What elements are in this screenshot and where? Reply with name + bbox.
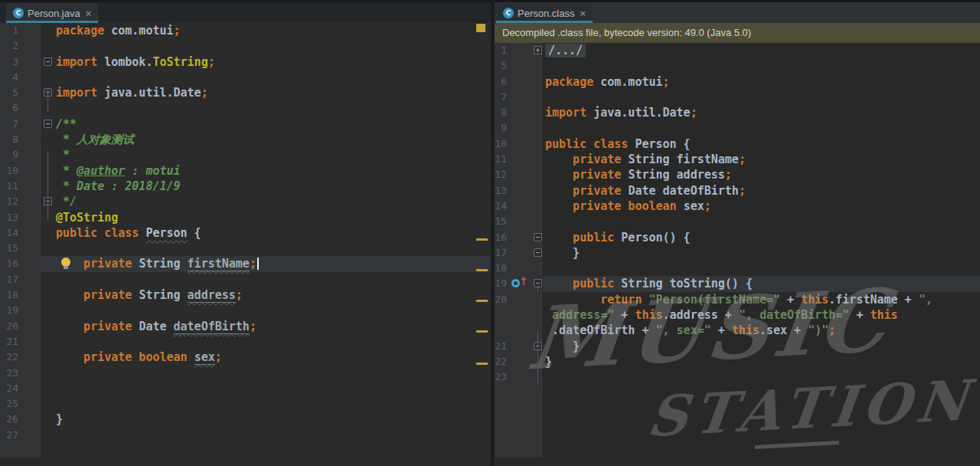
code-text[interactable]: public class Person { xyxy=(495,136,980,152)
token-pl[interactable]: String firstName xyxy=(628,153,739,166)
code-line[interactable]: 12 */ xyxy=(0,194,491,209)
code-line[interactable]: 7 xyxy=(495,90,980,105)
token-kw[interactable]: private xyxy=(545,168,628,182)
token-cmt[interactable]: */ xyxy=(56,195,77,208)
code-text[interactable]: .dateOfBirth + ", sex=" + this.sex + ")"… xyxy=(495,323,980,338)
token-kw[interactable]: import xyxy=(56,55,104,69)
code-text[interactable]: * 人对象测试 xyxy=(0,132,491,147)
code-line[interactable]: 17 } xyxy=(495,245,980,261)
token-kw[interactable]: this xyxy=(732,323,760,337)
token-str[interactable]: "Person(firstName=" xyxy=(648,293,780,307)
code-line[interactable]: 11 private String firstName; xyxy=(495,152,980,167)
token-kw[interactable]: ; xyxy=(215,350,222,364)
token-kw[interactable]: ; xyxy=(250,320,256,333)
token-pl[interactable]: String address xyxy=(628,168,724,182)
token-pl[interactable]: .sex + xyxy=(760,323,808,337)
token-cls[interactable]: Person xyxy=(145,226,187,240)
line-number[interactable]: 4 xyxy=(0,70,18,85)
token-kw[interactable]: ; xyxy=(236,288,243,302)
token-kw[interactable]: ; xyxy=(174,24,181,38)
code-line[interactable]: 1/.../ xyxy=(495,43,980,58)
token-kw[interactable]: ; xyxy=(201,86,208,100)
token-cmt[interactable]: * Date : 2018/1/9 xyxy=(56,179,181,193)
token-cmt[interactable]: /** xyxy=(56,117,77,131)
token-kw[interactable]: ; xyxy=(691,106,697,120)
code-line[interactable]: 15 xyxy=(0,241,491,256)
code-line[interactable]: 20 private Date dateOfBirth; xyxy=(0,319,491,334)
code-line[interactable]: 26} xyxy=(0,412,491,427)
code-text[interactable]: private boolean sex; xyxy=(495,199,980,214)
line-number[interactable]: 23 xyxy=(495,369,507,385)
token-kw[interactable]: ; xyxy=(828,323,835,337)
token-cmt[interactable]: * xyxy=(56,148,70,162)
code-line[interactable]: 11 * Date : 2018/1/9 xyxy=(0,179,491,194)
code-text[interactable]: private boolean sex; xyxy=(0,350,491,365)
line-number[interactable]: 21 xyxy=(0,334,18,350)
token-str[interactable]: ", dateOfBirth=" xyxy=(739,308,850,322)
token-kw[interactable]: private xyxy=(56,320,139,333)
token-cmtb[interactable]: @author xyxy=(77,164,125,178)
token-pl[interactable]: + xyxy=(711,323,732,337)
code-line[interactable]: 13@ToString xyxy=(0,210,491,225)
line-number[interactable]: 6 xyxy=(0,100,18,116)
code-line[interactable]: 25 xyxy=(0,396,491,412)
code-line[interactable]: 17 xyxy=(0,272,491,287)
horizontal-scrollbar-track[interactable] xyxy=(0,458,491,466)
token-pl[interactable]: + xyxy=(780,293,801,307)
code-line[interactable]: 7/** xyxy=(0,116,491,132)
token-pl[interactable]: .address + xyxy=(663,308,739,322)
token-pl[interactable]: com.motui xyxy=(111,24,173,38)
code-line[interactable]: 15 xyxy=(495,214,980,229)
code-text[interactable]: public String toString() { xyxy=(495,276,980,291)
token-kw[interactable]: ; xyxy=(663,75,670,89)
line-number[interactable]: 18 xyxy=(495,261,507,276)
token-pl[interactable]: lombok. xyxy=(104,55,152,69)
code-text[interactable]: address=" + this.address + ", dateOfBirt… xyxy=(495,307,980,323)
token-pl[interactable]: Date xyxy=(139,320,173,333)
token-str[interactable]: ")" xyxy=(808,323,828,337)
warning-stripe-mark[interactable] xyxy=(476,269,488,271)
warning-stripe-mark[interactable] xyxy=(476,238,488,241)
code-text[interactable]: } xyxy=(0,412,491,427)
code-line[interactable]: 5 xyxy=(495,58,980,74)
token-pl[interactable]: Person() { xyxy=(621,231,690,244)
code-text[interactable]: import lombok.ToString; xyxy=(0,54,491,70)
token-pl[interactable]: java.util.Date xyxy=(593,106,690,120)
code-line[interactable]: 13 private Date dateOfBirth; xyxy=(495,183,980,199)
code-line[interactable]: 22 private boolean sex; xyxy=(0,350,491,365)
token-str[interactable]: ", xyxy=(919,293,933,307)
token-cmt[interactable]: * 人对象测试 xyxy=(56,133,134,146)
token-fld[interactable]: address xyxy=(188,288,236,303)
token-kw[interactable]: ; xyxy=(739,153,746,166)
token-pl[interactable]: .dateOfBirth + xyxy=(545,323,656,337)
code-line[interactable]: 14 private boolean sex; xyxy=(495,199,980,214)
line-number[interactable]: 15 xyxy=(495,214,507,229)
token-pl[interactable]: sex xyxy=(684,199,704,213)
line-number[interactable]: 25 xyxy=(0,396,18,412)
token-pl[interactable]: com.motui xyxy=(600,75,662,89)
token-fld[interactable]: dateOfBirth xyxy=(174,320,250,334)
token-cmt[interactable]: : motui xyxy=(125,164,180,178)
code-line[interactable]: 16 public Person() { xyxy=(495,230,980,245)
token-kw[interactable]: this xyxy=(801,293,828,307)
code-text[interactable]: package com.motui; xyxy=(0,23,491,38)
code-text[interactable]: } xyxy=(495,245,980,261)
token-folded[interactable]: /.../ xyxy=(545,44,586,57)
code-line[interactable]: 8 * 人对象测试 xyxy=(0,132,491,147)
line-number[interactable]: 27 xyxy=(0,428,18,443)
warning-stripe-mark[interactable] xyxy=(476,300,488,302)
token-kw[interactable]: this xyxy=(870,308,897,322)
token-kw[interactable]: this xyxy=(635,308,662,322)
line-number[interactable]: 24 xyxy=(0,381,18,396)
code-text[interactable]: import java.util.Date; xyxy=(0,85,491,100)
code-text[interactable]: * @author : motui xyxy=(0,163,491,179)
code-line[interactable]: 9 xyxy=(495,120,980,136)
token-kw[interactable]: private xyxy=(56,257,139,271)
code-line[interactable]: 22} xyxy=(495,354,980,369)
code-line[interactable]: 9 * xyxy=(0,147,491,162)
line-number[interactable]: 7 xyxy=(495,90,507,105)
code-text[interactable]: return "Person(firstName=" + this.firstN… xyxy=(495,292,980,307)
code-text[interactable]: /** xyxy=(0,116,491,132)
token-ann[interactable]: ToString xyxy=(152,55,207,69)
token-pl[interactable]: } xyxy=(545,246,580,260)
